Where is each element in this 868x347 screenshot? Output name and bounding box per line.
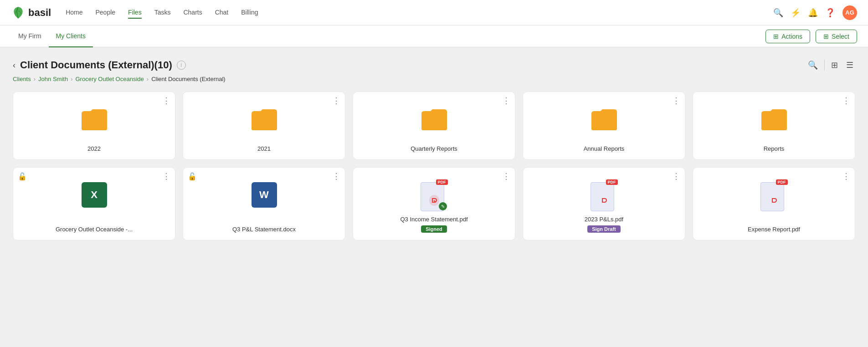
breadcrumb-sep-2: › bbox=[71, 76, 72, 82]
folder-2021-label: 2021 bbox=[257, 145, 271, 152]
folder-quarterly-reports[interactable]: ⋮ Quarterly Reports bbox=[353, 92, 515, 160]
files-grid: 🔓 ⋮ X Grocery Outlet Oceanside -... 🔓 ⋮ … bbox=[13, 167, 855, 240]
info-icon[interactable]: i bbox=[177, 61, 186, 70]
pdf-wrapper-q3: PDF ✎ bbox=[421, 179, 448, 211]
file-thumb-xlsx: X bbox=[80, 179, 109, 211]
breadcrumb-john-smith[interactable]: John Smith bbox=[38, 76, 68, 82]
top-nav: basil Home People Files Tasks Charts Cha… bbox=[0, 0, 868, 26]
logo-icon bbox=[11, 5, 26, 20]
back-arrow[interactable]: ‹ bbox=[13, 61, 15, 70]
help-icon-btn[interactable]: ❓ bbox=[825, 8, 835, 18]
folder-annual-menu[interactable]: ⋮ bbox=[672, 97, 680, 105]
file-2023-pl-pdf[interactable]: ⋮ PDF 2023 P&Ls.pdf Sign Draft bbox=[523, 167, 685, 240]
breadcrumb-client-docs: Client Documents (External) bbox=[151, 76, 226, 82]
pdf-wrapper-expense: PDF bbox=[760, 179, 788, 211]
actions-button[interactable]: ⊞ Actions bbox=[765, 30, 810, 43]
nav-billing[interactable]: Billing bbox=[241, 7, 258, 19]
signed-badge: Signed bbox=[421, 225, 447, 233]
file-grocery-outlet-xlsx[interactable]: 🔓 ⋮ X Grocery Outlet Oceanside -... bbox=[13, 167, 175, 240]
nav-right: 🔍 ⚡ 🔔 ❓ AG bbox=[773, 5, 857, 20]
folder-reports-icon bbox=[760, 107, 789, 132]
bell-icon-btn[interactable]: 🔔 bbox=[808, 8, 818, 18]
file-q3-income-label: Q3 Income Statement.pdf bbox=[400, 216, 467, 223]
folder-annual-icon bbox=[590, 107, 619, 132]
folder-annual-label: Annual Reports bbox=[584, 145, 625, 152]
select-button[interactable]: ⊞ Select bbox=[816, 30, 857, 43]
folder-2022-label: 2022 bbox=[87, 145, 101, 152]
breadcrumb-clients[interactable]: Clients bbox=[13, 76, 31, 82]
tab-my-clients[interactable]: My Clients bbox=[49, 26, 93, 47]
pdf-label-2023: PDF bbox=[606, 179, 618, 185]
file-xlsx-menu[interactable]: ⋮ bbox=[162, 172, 170, 180]
nav-links: Home People Files Tasks Charts Chat Bill… bbox=[66, 7, 773, 19]
sub-nav-actions: ⊞ Actions ⊞ Select bbox=[765, 30, 857, 43]
breadcrumb-sep-3: › bbox=[147, 76, 149, 82]
file-expense-report-pdf[interactable]: ⋮ PDF Expense Report.pdf bbox=[693, 167, 855, 240]
logo[interactable]: basil bbox=[11, 5, 51, 20]
page-header: ‹ Client Documents (External)(10) i 🔍 ⊞ … bbox=[13, 58, 855, 72]
search-icon-btn[interactable]: 🔍 bbox=[773, 8, 783, 18]
folder-quarterly-menu[interactable]: ⋮ bbox=[502, 97, 510, 105]
file-expense-menu[interactable]: ⋮ bbox=[842, 172, 850, 180]
nav-charts[interactable]: Charts bbox=[183, 7, 202, 19]
folder-reports-label: Reports bbox=[764, 145, 785, 152]
folder-2021-menu[interactable]: ⋮ bbox=[332, 97, 340, 105]
file-2023-pl-menu[interactable]: ⋮ bbox=[672, 172, 680, 180]
file-docx-menu[interactable]: ⋮ bbox=[332, 172, 340, 180]
folder-2022-menu[interactable]: ⋮ bbox=[162, 97, 170, 105]
lightning-icon-btn[interactable]: ⚡ bbox=[791, 8, 801, 18]
folder-quarterly-icon bbox=[420, 107, 449, 132]
file-q3-income-pdf[interactable]: ⋮ PDF ✎ Q3 Income Statement.pdf Signed bbox=[353, 167, 515, 240]
actions-label: Actions bbox=[781, 33, 802, 40]
header-right: 🔍 ⊞ ☰ bbox=[806, 58, 855, 72]
file-expense-label: Expense Report.pdf bbox=[748, 226, 800, 233]
lock-icon-docx: 🔓 bbox=[188, 172, 197, 181]
file-docx-label: Q3 P&L Statement.docx bbox=[232, 226, 296, 233]
nav-people[interactable]: People bbox=[96, 7, 116, 19]
nav-chat[interactable]: Chat bbox=[215, 7, 229, 19]
pdf-pen-icon: ✎ bbox=[439, 202, 447, 210]
folder-2021-icon bbox=[250, 107, 279, 132]
file-q3-pl-docx[interactable]: 🔓 ⋮ W Q3 P&L Statement.docx bbox=[183, 167, 345, 240]
folder-2022-icon bbox=[80, 107, 109, 132]
grid-view-icon[interactable]: ⊞ bbox=[829, 58, 840, 72]
pdf-acrobat-expense bbox=[768, 194, 781, 209]
actions-grid-icon: ⊞ bbox=[773, 33, 779, 40]
excel-icon: X bbox=[82, 182, 107, 208]
search-files-icon[interactable]: 🔍 bbox=[806, 58, 820, 72]
file-thumb-2023-pl: PDF bbox=[590, 179, 619, 211]
pdf-acrobat-2023 bbox=[598, 194, 611, 209]
word-icon: W bbox=[252, 182, 277, 208]
file-xlsx-label: Grocery Outlet Oceanside -... bbox=[56, 226, 133, 233]
sub-nav-tabs: My Firm My Clients bbox=[11, 26, 765, 47]
select-label: Select bbox=[832, 33, 849, 40]
list-view-icon[interactable]: ☰ bbox=[844, 58, 855, 72]
nav-files[interactable]: Files bbox=[128, 7, 142, 19]
divider bbox=[824, 60, 825, 71]
pdf-label-q3: PDF bbox=[436, 179, 448, 185]
sub-nav: My Firm My Clients ⊞ Actions ⊞ Select bbox=[0, 26, 868, 47]
nav-tasks[interactable]: Tasks bbox=[154, 7, 171, 19]
file-thumb-q3-income: PDF ✎ bbox=[420, 179, 449, 211]
page-title-row: ‹ Client Documents (External)(10) i bbox=[13, 59, 186, 71]
folder-reports[interactable]: ⋮ Reports bbox=[693, 92, 855, 160]
breadcrumb-grocery-outlet[interactable]: Grocery Outlet Oceanside bbox=[75, 76, 144, 82]
content-area: ‹ Client Documents (External)(10) i 🔍 ⊞ … bbox=[0, 47, 868, 259]
avatar[interactable]: AG bbox=[842, 5, 857, 20]
folder-2021[interactable]: ⋮ 2021 bbox=[183, 92, 345, 160]
folder-quarterly-label: Quarterly Reports bbox=[411, 145, 457, 152]
lock-icon-xlsx: 🔓 bbox=[18, 172, 27, 181]
tab-my-firm[interactable]: My Firm bbox=[11, 26, 49, 47]
page-title: Client Documents (External)(10) bbox=[20, 59, 172, 71]
folder-reports-menu[interactable]: ⋮ bbox=[842, 97, 850, 105]
pdf-label-expense: PDF bbox=[776, 179, 788, 185]
breadcrumb-sep-1: › bbox=[34, 76, 36, 82]
file-q3-income-menu[interactable]: ⋮ bbox=[502, 172, 510, 180]
nav-home[interactable]: Home bbox=[66, 7, 82, 19]
logo-text: basil bbox=[28, 7, 51, 19]
breadcrumb: Clients › John Smith › Grocery Outlet Oc… bbox=[13, 76, 855, 82]
file-thumb-docx: W bbox=[250, 179, 279, 211]
folder-annual-reports[interactable]: ⋮ Annual Reports bbox=[523, 92, 685, 160]
pdf-wrapper-2023: PDF bbox=[591, 179, 618, 211]
folder-2022[interactable]: ⋮ 2022 bbox=[13, 92, 175, 160]
